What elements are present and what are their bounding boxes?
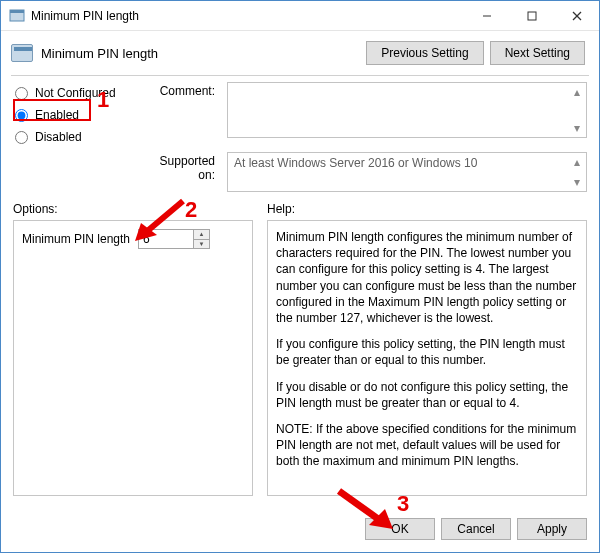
svg-rect-1 bbox=[10, 10, 24, 13]
help-paragraph: If you disable or do not configure this … bbox=[276, 379, 578, 411]
supported-label: Supported on: bbox=[141, 152, 215, 182]
supported-value: At least Windows Server 2016 or Windows … bbox=[234, 156, 477, 170]
next-setting-button[interactable]: Next Setting bbox=[490, 41, 585, 65]
radio-enabled-label: Enabled bbox=[35, 108, 79, 122]
scroll-down-icon[interactable]: ▾ bbox=[570, 175, 584, 189]
help-paragraph: NOTE: If the above specified conditions … bbox=[276, 421, 578, 470]
previous-setting-button[interactable]: Previous Setting bbox=[366, 41, 483, 65]
window-title: Minimum PIN length bbox=[31, 9, 464, 23]
scroll-up-icon[interactable]: ▴ bbox=[570, 155, 584, 169]
radio-disabled-label: Disabled bbox=[35, 130, 82, 144]
scroll-up-icon[interactable]: ▴ bbox=[570, 85, 584, 99]
radio-disabled-input[interactable] bbox=[15, 131, 28, 144]
radio-enabled-input[interactable] bbox=[15, 109, 28, 122]
svg-rect-3 bbox=[528, 12, 536, 20]
radio-enabled[interactable]: Enabled bbox=[13, 104, 129, 126]
radio-not-configured-label: Not Configured bbox=[35, 86, 116, 100]
policy-title: Minimum PIN length bbox=[41, 46, 358, 61]
policy-icon bbox=[11, 44, 33, 62]
help-label: Help: bbox=[267, 202, 587, 216]
maximize-button[interactable] bbox=[509, 1, 554, 30]
dialog-footer: OK Cancel Apply bbox=[1, 508, 599, 552]
option-min-pin-label: Minimum PIN length bbox=[22, 232, 130, 246]
scroll-down-icon[interactable]: ▾ bbox=[570, 121, 584, 135]
sub-header: Minimum PIN length Previous Setting Next… bbox=[1, 31, 599, 75]
cancel-button[interactable]: Cancel bbox=[441, 518, 511, 540]
spinner-down-button[interactable]: ▼ bbox=[194, 240, 209, 249]
options-label: Options: bbox=[13, 202, 253, 216]
state-radio-group: Not Configured Enabled Disabled bbox=[13, 82, 129, 148]
minimize-button[interactable] bbox=[464, 1, 509, 30]
spinner-up-button[interactable]: ▲ bbox=[194, 230, 209, 240]
app-icon bbox=[9, 8, 25, 24]
help-pane: Minimum PIN length configures the minimu… bbox=[267, 220, 587, 496]
help-paragraph: Minimum PIN length configures the minimu… bbox=[276, 229, 578, 326]
close-button[interactable] bbox=[554, 1, 599, 30]
ok-button[interactable]: OK bbox=[365, 518, 435, 540]
radio-not-configured[interactable]: Not Configured bbox=[13, 82, 129, 104]
comment-label: Comment: bbox=[141, 82, 215, 148]
radio-not-configured-input[interactable] bbox=[15, 87, 28, 100]
supported-text: At least Windows Server 2016 or Windows … bbox=[227, 152, 587, 192]
comment-textarea[interactable]: ▴ ▾ bbox=[227, 82, 587, 138]
help-paragraph: If you configure this policy setting, th… bbox=[276, 336, 578, 368]
apply-button[interactable]: Apply bbox=[517, 518, 587, 540]
titlebar: Minimum PIN length bbox=[1, 1, 599, 31]
options-pane: Minimum PIN length ▲ ▼ bbox=[13, 220, 253, 496]
min-pin-input[interactable] bbox=[139, 230, 193, 248]
radio-disabled[interactable]: Disabled bbox=[13, 126, 129, 148]
min-pin-spinner[interactable]: ▲ ▼ bbox=[138, 229, 210, 249]
